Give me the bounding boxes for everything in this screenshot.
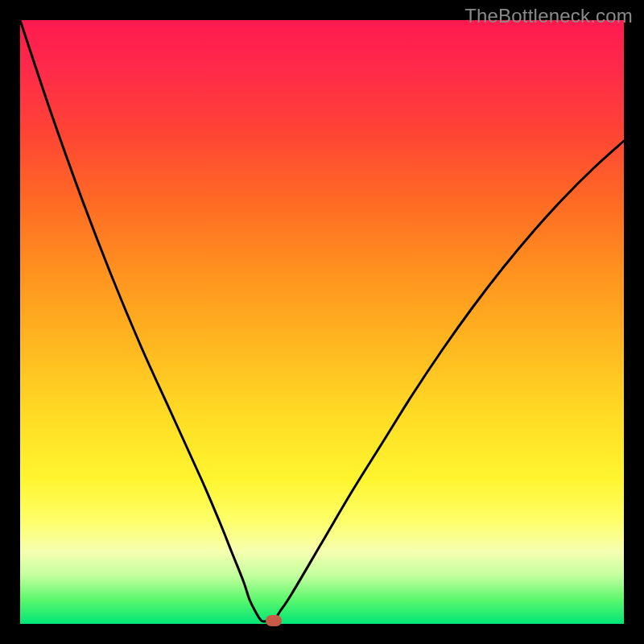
bottleneck-curve xyxy=(20,20,624,621)
optimum-marker xyxy=(266,615,282,626)
chart-frame: TheBottleneck.com xyxy=(0,0,644,644)
plot-area xyxy=(20,20,624,624)
curve-svg xyxy=(20,20,624,624)
watermark-text: TheBottleneck.com xyxy=(464,5,633,27)
